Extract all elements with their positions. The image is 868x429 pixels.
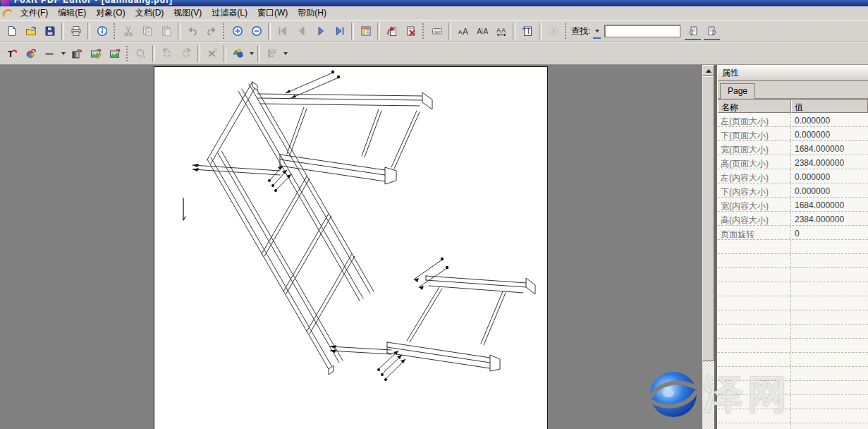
save-button[interactable] — [40, 23, 59, 40]
property-value — [791, 310, 868, 324]
select-zoom-button[interactable] — [131, 45, 150, 63]
property-row[interactable]: 左(内容大小)0.000000 — [718, 169, 868, 183]
property-value[interactable]: 1684.000000 — [791, 141, 868, 155]
chevron-down-icon — [61, 52, 66, 55]
edit-image-button[interactable] — [86, 45, 105, 63]
property-row[interactable]: 下(内容大小)0.000000 — [718, 183, 868, 198]
toolbar-drag-handle[interactable] — [565, 23, 566, 39]
empty-row — [718, 268, 868, 282]
chevron-down-icon — [595, 30, 599, 32]
toolbar-drag-handle[interactable] — [422, 23, 424, 39]
toolbar-drag-handle[interactable] — [114, 23, 115, 39]
page-layout-button[interactable] — [356, 23, 375, 40]
property-value[interactable]: 0.000000 — [791, 127, 868, 140]
property-row[interactable]: 左(页面大小)0.000000 — [718, 113, 868, 127]
last-page-button[interactable] — [330, 23, 349, 40]
menu-document[interactable]: 文档(D) — [130, 6, 169, 20]
line-style-button-dropdown[interactable] — [59, 45, 67, 63]
pdf-page[interactable] — [154, 66, 548, 429]
find-input[interactable] — [604, 25, 680, 37]
edit-text-button[interactable]: T — [2, 45, 21, 63]
scroll-up-button[interactable] — [702, 65, 714, 76]
zoom-out-button[interactable] — [247, 23, 266, 40]
next-page-button[interactable] — [311, 23, 330, 40]
shapes-button[interactable] — [228, 45, 247, 63]
properties-grid: 名称 值 左(页面大小)0.000000下(页面大小)0.000000宽(页面大… — [718, 99, 868, 429]
vertical-scrollbar[interactable] — [702, 65, 714, 429]
undo-button[interactable] — [183, 23, 202, 40]
shapes-button-dropdown[interactable] — [247, 45, 255, 63]
paste-button[interactable] — [157, 23, 176, 40]
menu-file[interactable]: 文件(F) — [16, 6, 53, 20]
toolbar-separator — [377, 23, 380, 40]
info-icon — [97, 25, 108, 37]
print-button[interactable] — [66, 23, 85, 40]
property-name — [718, 296, 791, 310]
menu-object[interactable]: 对象(O) — [91, 6, 130, 20]
delete-page-button[interactable] — [401, 23, 420, 40]
copy-button[interactable] — [137, 23, 157, 40]
rotate-right-icon — [181, 48, 192, 59]
zoom-in-button[interactable] — [228, 23, 247, 40]
redo-button[interactable] — [202, 23, 221, 40]
toolbar-drag-handle[interactable] — [126, 46, 128, 61]
delete-object-button[interactable] — [202, 45, 221, 63]
column-header-name[interactable]: 名称 — [718, 99, 791, 113]
font-kerning-button[interactable]: AA — [472, 23, 491, 40]
menu-view[interactable]: 视图(V) — [169, 6, 207, 20]
property-value[interactable]: 0.000000 — [791, 183, 868, 197]
property-value[interactable]: 2384.000000 — [791, 212, 868, 225]
cut-button[interactable] — [118, 23, 137, 40]
property-value[interactable]: 0.000000 — [791, 169, 868, 183]
cut-icon — [123, 25, 134, 37]
insert-page-button[interactable] — [382, 23, 401, 40]
line-style-icon — [44, 48, 56, 59]
empty-row — [718, 381, 868, 395]
document-canvas[interactable] — [0, 65, 702, 429]
line-style-button[interactable] — [40, 45, 59, 63]
menu-filter[interactable]: 过滤器(L) — [207, 6, 252, 20]
align-button-dropdown[interactable] — [281, 45, 289, 63]
insert-image-button[interactable] — [105, 45, 124, 63]
property-value[interactable]: 1684.000000 — [791, 198, 868, 211]
find-next-button[interactable] — [702, 23, 721, 40]
font-size-button[interactable]: AA — [453, 23, 472, 40]
zoom-in-icon — [232, 25, 243, 37]
edit-color-button[interactable] — [21, 45, 40, 63]
column-header-value[interactable]: 值 — [791, 99, 868, 113]
gradient-button[interactable] — [67, 45, 86, 63]
soft-keyboard-button[interactable] — [427, 23, 446, 40]
menu-window[interactable]: 窗口(W) — [252, 6, 293, 20]
property-row[interactable]: 下(页面大小)0.000000 — [718, 127, 868, 141]
rotate-right-button[interactable] — [176, 45, 195, 63]
find-previous-button[interactable] — [683, 23, 702, 40]
document-info-button[interactable] — [92, 23, 111, 40]
text-tool-icon: T — [548, 25, 559, 37]
property-value[interactable]: 2384.000000 — [791, 155, 868, 169]
property-row[interactable]: 高(内容大小)2384.000000 — [718, 212, 868, 226]
new-file-button[interactable] — [2, 23, 21, 40]
tab-page[interactable]: Page — [720, 83, 755, 99]
find-history-dropdown[interactable] — [592, 23, 601, 39]
menu-help[interactable]: 帮助(H) — [293, 6, 331, 20]
property-row[interactable]: 高(页面大小)2384.000000 — [718, 155, 868, 169]
rotate-left-button[interactable] — [157, 45, 176, 63]
text-circle-button[interactable]: T — [544, 23, 563, 40]
first-page-button[interactable] — [273, 23, 292, 40]
property-value[interactable]: 0 — [791, 226, 868, 239]
toolbar-drag-handle[interactable] — [223, 23, 224, 39]
menu-edit[interactable]: 编辑(E) — [53, 6, 91, 20]
property-row[interactable]: 页面旋转0 — [718, 226, 868, 240]
add-text-button[interactable]: T — [518, 23, 537, 40]
open-folder-icon — [25, 25, 37, 37]
property-row[interactable]: 宽(页面大小)1684.000000 — [718, 141, 868, 155]
prev-page-button[interactable] — [292, 23, 311, 40]
main-toolbar: AAAAAATT查找: — [0, 20, 868, 42]
font-scale-button[interactable]: AA — [491, 23, 511, 40]
property-row[interactable]: 宽(内容大小)1684.000000 — [718, 198, 868, 212]
open-file-button[interactable] — [21, 23, 40, 40]
align-button[interactable] — [262, 45, 281, 63]
scrollbar-thumb[interactable] — [702, 76, 714, 361]
property-value[interactable]: 0.000000 — [791, 113, 868, 126]
svg-text:A: A — [483, 28, 488, 35]
